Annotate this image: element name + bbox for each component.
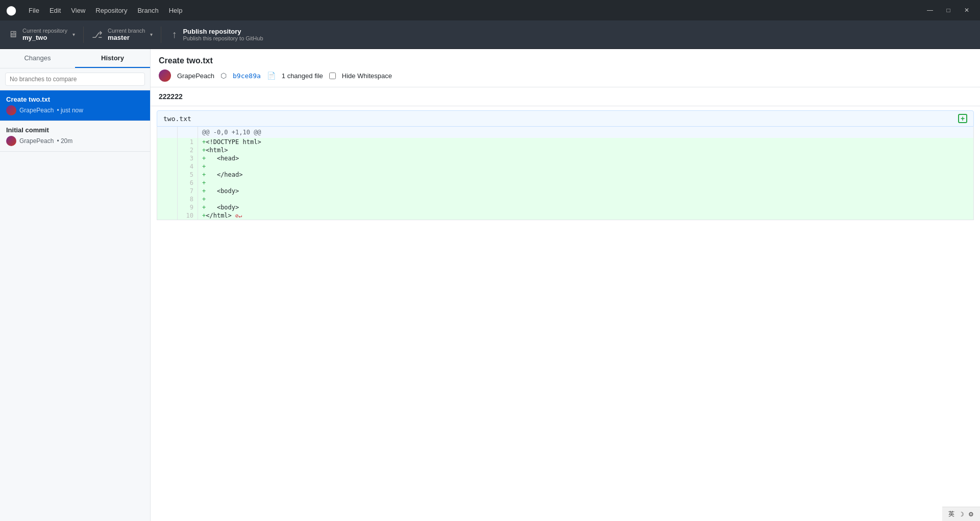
menu-bar: File Edit View Repository Branch Help [24, 5, 186, 16]
line-code-5: + </head> [198, 171, 974, 179]
branch-name: master [108, 34, 145, 41]
hunk-num-right [178, 127, 198, 138]
menu-file[interactable]: File [24, 5, 43, 16]
repo-icon: 🖥 [8, 29, 17, 40]
system-tray: 英 ☽ ⚙ [942, 507, 980, 521]
line-code-9: + <body> [198, 203, 974, 211]
commit-meta-1: GrapePeach • 20m [6, 136, 144, 146]
close-button[interactable]: ✕ [960, 3, 974, 17]
commit-item-1[interactable]: Initial commit GrapePeach • 20m [0, 121, 150, 152]
file-icon: 📄 [267, 72, 276, 80]
titlebar: ⬤ File Edit View Repository Branch Help … [0, 0, 980, 20]
line-num-left-9 [157, 203, 178, 211]
current-branch-section[interactable]: ⎇ Current branch master ▾ [84, 20, 161, 49]
tab-bar: Changes History [0, 49, 150, 68]
hunk-num-left [157, 127, 178, 138]
line-code-1: +<!DOCTYPE html> [198, 138, 974, 146]
line-num-left-6 [157, 179, 178, 187]
diff-table: @@ -0,0 +1,10 @@ 1 +<!DOCTYPE html> 2 +<… [157, 127, 974, 220]
repo-label-stack: Current repository my_two [22, 28, 67, 41]
tab-history[interactable]: History [75, 49, 150, 68]
menu-repository[interactable]: Repository [91, 5, 131, 16]
line-num-right-10: 10 [178, 211, 198, 220]
branch-label-top: Current branch [108, 28, 145, 34]
branch-icon: ⎇ [92, 29, 103, 40]
line-num-left-1 [157, 138, 178, 146]
toolbar: 🖥 Current repository my_two ▾ ⎇ Current … [0, 20, 980, 49]
hunk-header-code: @@ -0,0 +1,10 @@ [198, 127, 974, 138]
repo-dropdown-arrow: ▾ [72, 32, 75, 37]
diff-line-2: 2 +<html> [157, 146, 974, 154]
line-num-left-8 [157, 195, 178, 203]
publish-label-stack: Publish repository Publish this reposito… [183, 28, 263, 41]
line-num-right-1: 1 [178, 138, 198, 146]
maximize-button[interactable]: □ [941, 3, 955, 17]
line-num-left-3 [157, 154, 178, 162]
line-code-6: + [198, 179, 974, 187]
line-num-right-2: 2 [178, 146, 198, 154]
meta-avatar [159, 69, 171, 82]
diff-line-5: 5 + </head> [157, 171, 974, 179]
menu-edit[interactable]: Edit [45, 5, 65, 16]
commit-title-1: Initial commit [6, 126, 144, 134]
menu-branch[interactable]: Branch [133, 5, 162, 16]
line-code-3: + <head> [198, 154, 974, 162]
diff-line-9: 9 + <body> [157, 203, 974, 211]
line-code-4: + [198, 162, 974, 171]
publish-icon: ↑ [172, 29, 177, 40]
diff-file-header: two.txt + [157, 110, 974, 127]
commit-meta-0: GrapePeach • just now [6, 105, 144, 115]
line-num-left-2 [157, 146, 178, 154]
systray-lang: 英 [948, 510, 954, 518]
systray-gear: ⚙ [968, 511, 974, 518]
publish-section[interactable]: ↑ Publish repository Publish this reposi… [161, 20, 273, 49]
diff-line-10: 10 +</html> ⊘↵ [157, 211, 974, 220]
content-area: Create two.txt GrapePeach ⬡ b9ce89a 📄 1 … [151, 49, 980, 521]
commit-list: Create two.txt GrapePeach • just now Ini… [0, 90, 150, 521]
hide-whitespace-checkbox[interactable] [329, 73, 336, 79]
diff-container: two.txt + @@ -0,0 +1,10 @@ 1 +<!DOCTYPE … [151, 110, 980, 220]
commit-detail-title: Create two.txt [159, 56, 972, 65]
github-icon: ⬤ [6, 5, 16, 16]
main-layout: Changes History Create two.txt GrapePeac… [0, 49, 980, 521]
meta-hash: b9ce89a [233, 72, 261, 80]
systray-moon: ☽ [959, 511, 964, 518]
diff-line-1: 1 +<!DOCTYPE html> [157, 138, 974, 146]
diff-line-8: 8 + [157, 195, 974, 203]
line-num-right-7: 7 [178, 187, 198, 195]
publish-title: Publish repository [183, 28, 263, 35]
commit-header: Create two.txt GrapePeach ⬡ b9ce89a 📄 1 … [151, 49, 980, 87]
window-controls: — □ ✕ [923, 3, 974, 17]
menu-view[interactable]: View [67, 5, 89, 16]
repo-label-top: Current repository [22, 28, 67, 34]
commit-avatar-1 [6, 136, 16, 146]
line-num-right-9: 9 [178, 203, 198, 211]
current-repo-section[interactable]: 🖥 Current repository my_two ▾ [0, 20, 83, 49]
publish-subtitle: Publish this repository to GitHub [183, 35, 263, 41]
commit-time-0: • just now [57, 107, 83, 114]
line-num-right-5: 5 [178, 171, 198, 179]
line-num-right-6: 6 [178, 179, 198, 187]
line-code-8: + [198, 195, 974, 203]
hash-icon: ⬡ [220, 72, 227, 80]
commit-item-0[interactable]: Create two.txt GrapePeach • just now [0, 90, 150, 121]
diff-hunk-header: @@ -0,0 +1,10 @@ [157, 127, 974, 138]
commit-title-0: Create two.txt [6, 96, 144, 103]
diff-add-button[interactable]: + [958, 114, 967, 123]
commit-author-0: GrapePeach [19, 107, 54, 114]
branch-compare-input[interactable] [5, 73, 145, 86]
diff-line-7: 7 + <body> [157, 187, 974, 195]
branch-dropdown-arrow: ▾ [150, 32, 153, 37]
tab-changes[interactable]: Changes [0, 49, 75, 68]
line-code-10: +</html> ⊘↵ [198, 211, 974, 220]
menu-help[interactable]: Help [165, 5, 187, 16]
meta-author: GrapePeach [177, 72, 214, 80]
commit-author-1: GrapePeach [19, 137, 54, 145]
repo-name: my_two [22, 34, 67, 41]
line-code-2: +<html> [198, 146, 974, 154]
diff-filename: two.txt [163, 115, 191, 123]
minimize-button[interactable]: — [923, 3, 937, 17]
line-num-left-7 [157, 187, 178, 195]
diff-line-4: 4 + [157, 162, 974, 171]
hide-whitespace-label: Hide Whitespace [342, 72, 392, 80]
